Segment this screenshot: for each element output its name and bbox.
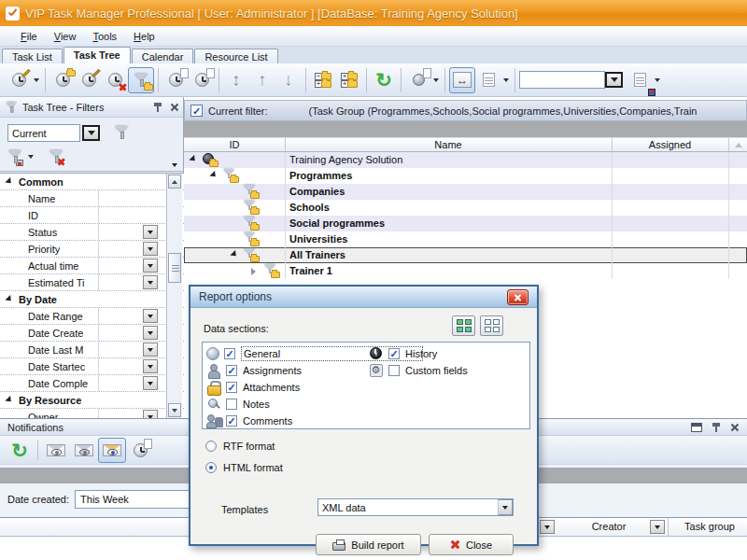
tree-row-all-trainers[interactable]: All Trainers [184, 247, 747, 263]
filter-row-date-range[interactable]: Date Range [0, 308, 184, 325]
dropdown-button[interactable] [143, 326, 158, 340]
dropdown-button[interactable] [143, 275, 158, 289]
build-report-button[interactable]: Build report [316, 534, 421, 555]
menu-help[interactable]: Help [126, 28, 162, 45]
columns-button[interactable] [475, 67, 501, 93]
refresh-button[interactable]: ↻ [371, 67, 397, 93]
dropdown-button[interactable] [143, 410, 158, 418]
creator-dropdown-button[interactable] [650, 520, 665, 534]
dropdown-button[interactable] [143, 242, 158, 256]
tree-row-trainer-1[interactable]: Trainer 1 [184, 263, 747, 279]
menu-file[interactable]: File [13, 28, 45, 45]
apply-filter-icon[interactable] [114, 125, 129, 140]
report-button[interactable] [405, 67, 431, 93]
dropdown-button[interactable] [143, 343, 158, 357]
dropdown-button[interactable] [143, 376, 158, 390]
dialog-close-icon[interactable] [507, 289, 529, 305]
restore-panel-icon[interactable] [691, 423, 702, 432]
filter-row-id[interactable]: ID [0, 207, 184, 224]
html-format-radio[interactable]: HTML format [205, 462, 283, 473]
tab-task-tree[interactable]: Task Tree [63, 47, 131, 63]
section-assignments[interactable]: ✓ Assignments [206, 362, 302, 378]
menu-view[interactable]: View [47, 28, 84, 45]
column-header-name[interactable]: Name [285, 139, 612, 150]
section-notes[interactable]: Notes [206, 396, 270, 412]
column-dropdown-button[interactable] [540, 520, 555, 534]
save-layout-button[interactable] [627, 67, 653, 93]
section-history[interactable]: ✓ History [369, 345, 437, 361]
notification-task-button[interactable] [126, 438, 154, 463]
complete-task-button[interactable] [162, 67, 189, 93]
task-notes-button[interactable] [189, 67, 215, 93]
column-header-task-group[interactable]: Task group [674, 521, 745, 532]
dropdown-button[interactable] [143, 359, 158, 373]
attachments-checkbox[interactable]: ✓ [226, 382, 237, 393]
column-header-assigned[interactable]: Assigned [612, 139, 728, 150]
comments-checkbox[interactable]: ✓ [226, 415, 237, 427]
notes-checkbox[interactable] [226, 399, 237, 410]
dropdown-button[interactable] [143, 309, 158, 323]
toolbar-combobox-arrow[interactable] [605, 72, 623, 88]
close-panel-icon[interactable] [170, 103, 179, 112]
filter-row-estimated-time[interactable]: Estimated Ti [0, 274, 184, 291]
save-filter-dropdown[interactable] [28, 155, 34, 159]
scroll-up-button[interactable] [168, 175, 181, 189]
show-new-notifications-button[interactable] [98, 438, 126, 463]
deselect-all-sections-button[interactable] [480, 315, 503, 336]
filter-row-actual-time[interactable]: Actual time [0, 258, 184, 274]
filter-tasks-button[interactable] [128, 67, 154, 93]
dropdown-button[interactable] [143, 259, 158, 273]
radio-icon[interactable] [205, 462, 217, 473]
mark-read-button[interactable] [42, 438, 70, 463]
new-task-button[interactable] [6, 67, 32, 93]
filter-row-date-created[interactable]: Date Create [0, 325, 184, 342]
filter-section-common[interactable]: Common [0, 174, 184, 190]
general-checkbox[interactable]: ✓ [224, 348, 235, 359]
dropdown-button[interactable] [143, 225, 158, 239]
toolbar-combobox[interactable] [519, 71, 605, 89]
expand-all-button[interactable]: ++ [336, 67, 362, 93]
sort-indicator-icon[interactable] [735, 143, 742, 147]
move-updown-button[interactable]: ↕ [223, 67, 249, 93]
tree-row-programmes[interactable]: Programmes [184, 168, 747, 184]
filter-row-date-started[interactable]: Date Startec [0, 358, 184, 375]
scroll-thumb[interactable] [168, 253, 181, 283]
section-custom-fields[interactable]: Custom fields [369, 362, 468, 378]
select-all-sections-button[interactable] [452, 315, 475, 336]
tab-resource-list[interactable]: Resource List [194, 49, 277, 63]
filter-row-status[interactable]: Status [0, 224, 184, 241]
collapse-icon[interactable] [230, 250, 238, 259]
edit-task-button[interactable] [76, 67, 102, 93]
delete-task-button[interactable] [102, 67, 128, 93]
fit-column-width-button[interactable]: ↔ [449, 67, 475, 93]
tab-task-list[interactable]: Task List [2, 49, 63, 63]
report-dropdown[interactable] [431, 68, 441, 92]
filter-preset-combobox[interactable]: Current [7, 124, 80, 142]
filter-row-name[interactable]: Name [0, 190, 184, 207]
filter-preset-arrow[interactable] [82, 125, 100, 141]
save-filter-icon[interactable] [7, 149, 22, 164]
collapse-all-button[interactable]: −+ [310, 67, 336, 93]
tree-row-social-programmes[interactable]: Social programmes [184, 216, 747, 231]
filter-row-date-modified[interactable]: Date Last M [0, 342, 184, 358]
collapse-icon[interactable] [209, 171, 218, 179]
clear-filter-icon[interactable] [49, 149, 63, 164]
column-header-id[interactable]: ID [184, 139, 285, 150]
history-checkbox[interactable]: ✓ [388, 348, 400, 359]
section-comments[interactable]: ✓ Comments [206, 413, 292, 428]
filter-row-priority[interactable]: Priority [0, 241, 184, 258]
tree-row-companies[interactable]: Companies [184, 184, 747, 200]
tree-row-universities[interactable]: Universities [184, 231, 747, 247]
columns-dropdown[interactable] [501, 68, 511, 92]
move-up-button[interactable]: ↑ [249, 67, 275, 93]
rtf-format-radio[interactable]: RTF format [205, 441, 275, 452]
column-header-creator[interactable]: Creator [571, 521, 646, 532]
filters-scrollbar[interactable] [166, 174, 182, 418]
filter-row-date-completed[interactable]: Date Comple [0, 375, 184, 392]
custom-fields-checkbox[interactable] [388, 365, 400, 376]
tab-calendar[interactable]: Calendar [132, 49, 194, 63]
scroll-down-button[interactable] [168, 403, 181, 417]
section-attachments[interactable]: ✓ Attachments [206, 379, 300, 395]
expand-icon[interactable] [251, 268, 256, 275]
pin-panel-icon[interactable] [712, 422, 721, 433]
